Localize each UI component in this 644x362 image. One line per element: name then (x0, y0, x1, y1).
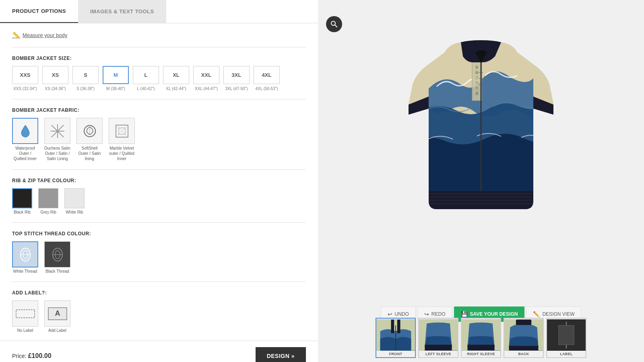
rib-grey[interactable]: Grey Rib (38, 188, 58, 214)
thumb-front[interactable]: ✓ FRONT (376, 318, 416, 358)
tabs-bar: PRODUCT OPTIONS IMAGES & TEXT TOOLS (0, 0, 318, 23)
label-add[interactable]: A Add Label (44, 300, 70, 333)
svg-text:十: 十 (475, 81, 479, 85)
size-xl[interactable]: XL (163, 66, 189, 84)
thread-black[interactable]: Black Thread (44, 241, 70, 274)
tab-images-text-tools[interactable]: IMAGES & TEXT TOOLS (78, 0, 166, 23)
size-l[interactable]: L (133, 66, 159, 84)
thumb-label-front: FRONT (376, 351, 415, 357)
thumb-back-image (504, 319, 543, 351)
svg-rect-46 (559, 325, 574, 345)
svg-text:三: 三 (475, 76, 479, 80)
svg-rect-44 (516, 320, 531, 325)
thumbnail-strip: ✓ FRONT ✓ (376, 318, 586, 358)
thread-label-black: Black Thread (45, 269, 69, 274)
svg-rect-36 (391, 320, 394, 333)
size-label-l: L (40-42") (133, 86, 159, 91)
fabric-label-softshell: SoftShell Outer / Satin lining (76, 146, 103, 161)
thumb-label-left-sleeve: LEFT SLEEVE (419, 351, 458, 357)
svg-text:富: 富 (475, 66, 479, 69)
svg-rect-41 (467, 345, 494, 350)
fabric-label-duchess: Duchess Satin Outer / Satin / Satin Lini… (44, 146, 70, 161)
rib-black[interactable]: Black Rib (12, 188, 32, 214)
design-button[interactable]: DESIGN » (256, 347, 306, 362)
measure-link[interactable]: 📏 Measure your body (12, 31, 306, 39)
fabric-waterproof[interactable]: Waterproof Outer / Quilted Inner (12, 118, 38, 161)
thread-swatch-black (44, 241, 70, 267)
size-xs[interactable]: XS (42, 66, 68, 84)
divider-1 (12, 47, 306, 47)
label-header: ADD LABEL?: (12, 290, 306, 296)
rib-label-grey: Grey Rib (40, 210, 56, 214)
size-options: XXS XS S M L XL XXL 3XL 4XL (12, 66, 306, 84)
size-4xl[interactable]: 4XL (254, 66, 280, 84)
thumb-back[interactable]: ✓ BACK (504, 318, 544, 358)
thumb-front-image (376, 319, 415, 351)
size-m[interactable]: M (103, 66, 129, 84)
label-swatch-none (12, 300, 38, 327)
size-label-xxl: XXL (44-47") (193, 86, 219, 91)
thumb-label-back: BACK (504, 351, 543, 357)
thumb-right-sleeve[interactable]: ✓ RIGHT SLEEVE (461, 318, 501, 358)
label-text-none: No Label (17, 328, 33, 333)
thumb-label[interactable]: LABEL (546, 318, 586, 358)
price-display: Price: £100.00 (12, 352, 52, 360)
label-text-add: Add Label (48, 328, 66, 333)
fabric-label-waterproof: Waterproof Outer / Quilted Inner (12, 146, 38, 161)
fabric-header: BOMBER JACKET FABRIC: (12, 107, 306, 113)
svg-rect-43 (509, 346, 539, 351)
label-swatch-add: A (44, 300, 70, 327)
thread-label-white: White Thread (13, 269, 37, 274)
fabric-swatch-marble (109, 118, 135, 144)
svg-text:景: 景 (475, 92, 479, 95)
fabric-swatch-waterproof (12, 118, 38, 144)
size-label-m: M (38-40") (103, 86, 129, 91)
divider-2 (12, 99, 306, 99)
rib-label-black: Black Rib (14, 210, 31, 214)
svg-rect-37 (397, 320, 400, 333)
thread-swatch-white (12, 241, 38, 267)
svg-text:A: A (55, 309, 60, 317)
fabric-marble[interactable]: Marble Velvet outer / Quilted Inner (109, 118, 135, 161)
main-content: 📏 Measure your body BOMBER JACKET SIZE: … (0, 23, 318, 341)
rib-swatch-grey (38, 188, 58, 208)
label-none[interactable]: No Label (12, 300, 38, 333)
size-labels: XXS (32-34") XS (34-36") S (36-38") M (3… (12, 86, 306, 91)
fabric-swatch-duchess (44, 118, 70, 144)
tab-product-options[interactable]: PRODUCT OPTIONS (0, 0, 78, 23)
size-label-3xl: 3XL (47-50") (223, 86, 250, 91)
size-label-xs: XS (34-36") (42, 86, 68, 91)
thread-header: TOP STITCH THREAD COLOUR: (12, 231, 306, 237)
jacket-preview: 富 嶽 三 十 六 景 (396, 36, 566, 213)
thumb-label-label: LABEL (547, 351, 586, 357)
save-icon: 💾 (461, 311, 468, 317)
thumb-left-sleeve[interactable]: ✓ LEFT SLEEVE (418, 318, 458, 358)
left-panel: PRODUCT OPTIONS IMAGES & TEXT TOOLS 📏 Me… (0, 0, 318, 362)
thread-options: White Thread Black Thread (12, 241, 306, 274)
size-label-4xl: 4XL (50-53") (254, 86, 280, 91)
divider-5 (12, 282, 306, 282)
svg-rect-39 (425, 345, 452, 350)
rib-white[interactable]: White Rib (64, 188, 85, 214)
svg-line-17 (335, 25, 337, 27)
label-options: No Label A Add Label (12, 300, 306, 333)
fabric-label-marble: Marble Velvet outer / Quilted Inner (109, 146, 135, 161)
size-s[interactable]: S (72, 66, 99, 84)
thread-white[interactable]: White Thread (12, 241, 38, 274)
size-label-xxs: XXS (32-34") (12, 86, 38, 91)
svg-text:嶽: 嶽 (475, 71, 479, 74)
search-icon[interactable] (326, 16, 342, 32)
size-3xl[interactable]: 3XL (223, 66, 250, 84)
size-header: BOMBER JACKET SIZE: (12, 56, 306, 61)
fabric-softshell[interactable]: SoftShell Outer / Satin lining (76, 118, 103, 161)
ruler-icon: 📏 (12, 31, 20, 39)
thumb-left-sleeve-image (419, 319, 458, 351)
size-xxl[interactable]: XXL (193, 66, 219, 84)
size-xxs[interactable]: XXS (12, 66, 38, 84)
fabric-duchess[interactable]: Duchess Satin Outer / Satin / Satin Lini… (44, 118, 70, 161)
thumb-label-image (547, 319, 586, 351)
svg-text:六: 六 (475, 86, 479, 90)
right-panel: 富 嶽 三 十 六 景 (318, 0, 644, 362)
fabric-options: Waterproof Outer / Quilted Inner Duchess… (12, 118, 306, 161)
pencil-icon: ✏️ (533, 311, 540, 317)
